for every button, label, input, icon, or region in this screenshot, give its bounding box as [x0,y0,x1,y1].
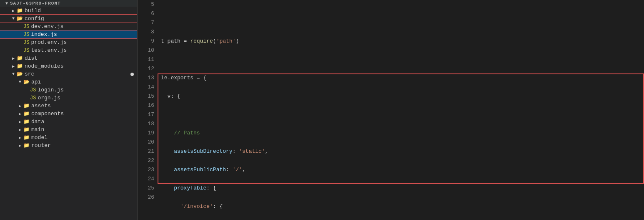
orgn-js-icon: JS [30,95,36,101]
router-label: router [31,142,51,149]
sidebar-item-node-modules[interactable]: ▶ 📁 node_modules [0,62,137,70]
line-12: assetsPublicPath: '/', [161,165,641,174]
api-arrow: ▼ [17,80,23,84]
line-11: assetsSubDirectory: 'static', [161,147,641,156]
line-numbers: 5 6 7 8 9 10 11 12 13 14 15 16 17 18 19 … [138,0,158,220]
sidebar-item-dev-env[interactable]: JS dev.env.js [0,23,137,30]
line-6 [161,55,641,64]
line-13: proxyTable: { [161,184,641,193]
sidebar: ▼ SAJT-G3PRO-FRONT ▶ 📁 build ▼ 📂 config … [0,0,138,220]
line-8: v: { [161,92,641,101]
sidebar-item-data[interactable]: ▶ 📁 data [0,118,137,126]
assets-folder-icon: 📁 [23,103,30,109]
components-label: components [31,111,64,117]
model-arrow: ▶ [17,135,23,140]
login-js-label: login.js [38,87,63,93]
router-folder-icon: 📁 [23,142,30,149]
editor[interactable]: 5 6 7 8 9 10 11 12 13 14 15 16 17 18 19 … [138,0,644,220]
line-5: t path = require('path') [161,37,641,46]
src-folder-icon: 📂 [17,71,23,77]
dist-folder-icon: 📁 [17,55,23,61]
sidebar-item-api[interactable]: ▼ 📂 api [0,78,137,86]
sidebar-item-config[interactable]: ▼ 📂 config [0,15,137,23]
sidebar-item-index-js[interactable]: JS index.js [0,30,137,38]
dev-env-label: dev.env.js [31,23,63,30]
sidebar-item-model[interactable]: ▶ 📁 model [0,134,137,142]
line-10: // Paths [161,129,641,138]
src-modified-dot [130,73,134,76]
index-js-label: index.js [31,31,57,38]
editor-inner: 5 6 7 8 9 10 11 12 13 14 15 16 17 18 19 … [138,0,644,220]
line-7: le.exports = { [161,73,641,83]
sidebar-item-orgn-js[interactable]: JS orgn.js [0,94,137,102]
sidebar-item-main[interactable]: ▶ 📁 main [0,126,137,134]
components-folder-icon: 📁 [23,111,30,117]
build-label: build [25,8,41,14]
main-label: main [31,126,44,133]
data-label: data [31,119,44,125]
root-label: SAJT-G3PRO-FRONT [10,1,61,6]
prod-env-js-icon: JS [23,40,29,46]
node-modules-folder-icon: 📁 [17,63,23,69]
sidebar-item-dist[interactable]: ▶ 📁 dist [0,54,137,62]
components-arrow: ▶ [17,111,23,116]
test-env-js-icon: JS [23,48,29,53]
sidebar-item-router[interactable]: ▶ 📁 router [0,142,137,149]
sidebar-root[interactable]: ▼ SAJT-G3PRO-FRONT [0,0,137,7]
src-arrow: ▼ [10,72,17,76]
dist-label: dist [25,55,38,61]
api-folder-icon: 📂 [23,79,30,85]
router-arrow: ▶ [17,143,23,148]
config-folder-icon: 📂 [17,15,23,22]
node-modules-label: node_modules [25,63,64,69]
root-arrow: ▼ [3,1,10,6]
sidebar-item-src[interactable]: ▼ 📂 src [0,70,137,78]
api-label: api [31,79,41,85]
sidebar-item-build[interactable]: ▶ 📁 build [0,7,137,15]
config-arrow: ▼ [10,16,17,21]
model-label: model [31,134,48,141]
line-14: '/invoice': { [161,202,641,211]
sidebar-item-login-js[interactable]: JS login.js [0,86,137,94]
dev-env-js-icon: JS [23,24,29,30]
data-arrow: ▶ [17,119,23,124]
test-env-label: test.env.js [31,47,67,53]
assets-arrow: ▶ [17,104,23,109]
build-folder-icon: 📁 [17,8,23,14]
build-arrow: ▶ [10,8,17,13]
login-js-icon: JS [30,87,36,93]
orgn-js-label: orgn.js [38,95,60,101]
sidebar-item-test-env[interactable]: JS test.env.js [0,46,137,54]
assets-label: assets [31,103,51,109]
index-js-icon: JS [23,32,29,38]
prod-env-label: prod.env.js [31,39,67,46]
main-folder-icon: 📁 [23,126,30,133]
code-area[interactable]: t path = require('path') le.exports = { … [158,0,644,220]
dist-arrow: ▶ [10,56,17,61]
sidebar-item-components[interactable]: ▶ 📁 components [0,110,137,118]
sidebar-item-assets[interactable]: ▶ 📁 assets [0,102,137,110]
node-modules-arrow: ▶ [10,64,17,69]
data-folder-icon: 📁 [23,119,30,125]
config-label: config [25,15,44,22]
model-folder-icon: 📁 [23,134,30,141]
src-label: src [25,71,130,77]
main-arrow: ▶ [17,127,23,132]
sidebar-item-prod-env[interactable]: JS prod.env.js [0,38,137,46]
line-9 [161,110,641,119]
